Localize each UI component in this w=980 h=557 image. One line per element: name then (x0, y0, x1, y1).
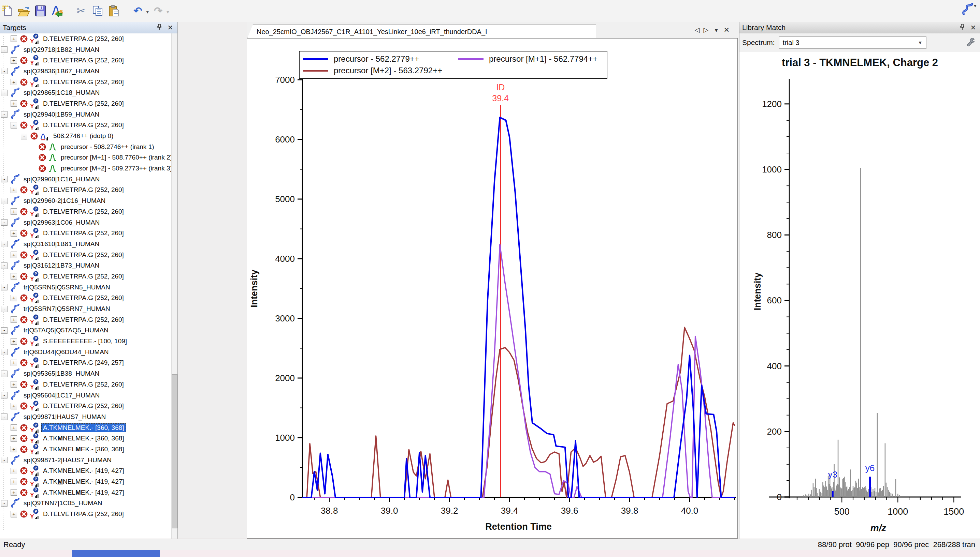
tree-row-peptide[interactable]: +PYD.TELVETRPA.G [252, 260] (0, 401, 171, 412)
tree-row-protein[interactable]: -tr|Q5TAQ5|Q5TAQ5_HUMAN (0, 325, 171, 336)
collapse-box[interactable]: - (1, 392, 8, 399)
tree-row-peptide[interactable]: +PYD.TELVETRPA.G [252, 260] (0, 293, 171, 304)
expand-box[interactable]: + (11, 36, 17, 42)
close-icon[interactable]: ✕ (166, 23, 175, 32)
collapse-box[interactable]: - (1, 349, 8, 355)
redo-button[interactable]: ↷ (152, 4, 165, 18)
tree-row-peptide[interactable]: +PYD.TELVETRPA.G [252, 260] (0, 249, 171, 261)
open-file-button[interactable] (17, 4, 31, 18)
collapse-box[interactable]: - (1, 219, 8, 226)
tree-row-protein[interactable]: -sp|Q29940|1B59_HUMAN (0, 109, 171, 120)
tree-row-transition[interactable]: precursor [M+2] - 509.2773++ (irank 3) (0, 163, 171, 174)
expand-box[interactable]: + (11, 208, 17, 215)
collapse-box[interactable]: - (1, 371, 8, 377)
expand-box[interactable]: + (11, 479, 17, 485)
tree-row-peptide[interactable]: +PYD.TELVETRPA.G [252, 260] (0, 98, 171, 109)
cut-button[interactable]: ✂ (74, 4, 88, 18)
tree-row-protein[interactable]: -tr|Q5SRN7|Q5SRN7_HUMAN (0, 303, 171, 314)
tree-row-peptide[interactable]: +PYD.TELVETRPA.G [249, 257] (0, 358, 171, 368)
tree-row-peptide[interactable]: +PYD.TELVETRPA.G [252, 260] (0, 314, 171, 325)
expand-box[interactable]: + (11, 468, 17, 474)
expand-box[interactable]: + (11, 338, 17, 345)
tree-row-peptide[interactable]: +PYD.TELVETRPA.G [252, 260] (0, 55, 171, 66)
pin-icon[interactable] (155, 24, 164, 32)
expand-box[interactable]: + (11, 273, 17, 280)
tree-row-transition[interactable]: precursor - 508.2746++ (irank 1) (0, 142, 171, 152)
collapse-box[interactable]: - (1, 198, 8, 204)
tree-row-protein[interactable]: -sp|Q29963|1C06_HUMAN (0, 217, 171, 228)
tree-row-protein[interactable]: -tr|Q6DU44|Q6DU44_HUMAN (0, 347, 171, 358)
tree-row-protein[interactable]: -sp|Q99871-2|HAUS7_HUMAN (0, 455, 171, 466)
pin-icon[interactable] (958, 24, 967, 32)
tree-row-peptide[interactable]: +PYD.TELVETRPA.G [252, 260] (0, 228, 171, 239)
expand-box[interactable]: + (11, 316, 17, 323)
collapse-box[interactable]: - (11, 122, 17, 129)
expand-box[interactable]: + (11, 100, 17, 107)
expand-box[interactable]: + (11, 252, 17, 258)
collapse-box[interactable]: - (1, 68, 8, 74)
tab-close-icon[interactable]: ✕ (724, 26, 730, 34)
expand-box[interactable]: + (11, 360, 17, 366)
expand-box[interactable]: + (11, 489, 17, 496)
tree-row-peptide[interactable]: +PYD.TELVETRPA.G [252, 260] (0, 271, 171, 282)
expand-box[interactable]: + (11, 403, 17, 409)
redo-dropdown[interactable]: ▾ (167, 9, 169, 15)
undo-button[interactable]: ↶ (131, 4, 145, 18)
undo-dropdown[interactable]: ▾ (146, 9, 149, 15)
tab-prev-icon[interactable]: ◁ (694, 26, 699, 34)
save-button[interactable] (34, 4, 47, 18)
expand-box[interactable]: + (11, 230, 17, 236)
expand-box[interactable]: + (11, 79, 17, 85)
tab-next-icon[interactable]: ▷ (703, 26, 708, 34)
collapse-box[interactable]: - (1, 46, 8, 53)
tree-row-peptide[interactable]: +PYA.TKMNELMEK.- [360, 368] (0, 433, 171, 444)
tab-menu-icon[interactable]: ▼ (714, 28, 719, 33)
tree-row-peptide[interactable]: +PYD.TELVETRPA.G [252, 260] (0, 77, 171, 88)
paste-button[interactable] (107, 4, 121, 18)
collapse-box[interactable]: - (1, 111, 8, 117)
collapse-box[interactable]: - (1, 457, 8, 463)
tree-row-peptide[interactable]: +PYA.TKMNELMEK.- [360, 368] (0, 444, 171, 455)
tree-row-peptide[interactable]: +PYD.TELVETRPA.G [252, 260] (0, 33, 171, 44)
import-results-button[interactable] (50, 4, 64, 18)
tree-row-peptide[interactable]: +PYS.EEEEEEEEEE.- [100, 109] (0, 336, 171, 347)
expand-box[interactable]: + (11, 511, 17, 518)
tree-row-peptide[interactable]: +PYD.TELVETRPA.G [252, 260] (0, 379, 171, 390)
tree-row-peptide[interactable]: +PYA.TKMNELMEK.- [419, 427] (0, 487, 171, 498)
tree-row-peptide[interactable]: +PYD.TELVETRPA.G [252, 260] (0, 206, 171, 217)
close-icon[interactable]: ✕ (969, 23, 978, 32)
tree-row-transition[interactable]: precursor [M+1] - 508.7760++ (irank 2) (0, 152, 171, 163)
collapse-box[interactable]: - (1, 284, 8, 290)
collapse-box[interactable]: - (21, 133, 27, 139)
tree-row-peptide[interactable]: -PYD.TELVETRPA.G [252, 260] (0, 120, 171, 131)
tree-row-protein[interactable]: -sp|Q31612|1B73_HUMAN (0, 260, 171, 271)
spectrum-select[interactable]: trial 3 ▼ (779, 36, 926, 49)
collapse-box[interactable]: - (1, 414, 8, 420)
expand-box[interactable]: + (11, 381, 17, 388)
tree-row-protein[interactable]: -tr|Q5SRN5|Q5SRN5_HUMAN (0, 282, 171, 293)
chromatogram-tab[interactable]: Neo_25cmIO_OBJ42567_C1R_A1101_YesLinker_… (247, 24, 596, 38)
expand-box[interactable]: + (11, 446, 17, 452)
collapse-box[interactable]: - (1, 327, 8, 334)
expand-box[interactable]: + (11, 424, 17, 431)
expand-box[interactable]: + (11, 57, 17, 64)
expand-box[interactable]: + (11, 435, 17, 442)
tree-row-peptide[interactable]: +PYA.TKMNELMEK.- [419, 427] (0, 476, 171, 487)
expand-box[interactable]: + (11, 295, 17, 301)
collapse-box[interactable]: - (1, 90, 8, 96)
tree-row-precursor[interactable]: -508.2746++ (idotp 0) (0, 130, 171, 142)
tree-row-protein[interactable]: -sp|Q31610|1B81_HUMAN (0, 239, 171, 249)
tree-row-protein[interactable]: -sp|Q95365|1B38_HUMAN (0, 368, 171, 379)
tree-row-peptide[interactable]: +PYA.TKMNELMEK.- [360, 368] (0, 422, 171, 433)
collapse-box[interactable]: - (1, 176, 8, 182)
tree-row-protein[interactable]: -sp|Q29836|1B67_HUMAN (0, 66, 171, 77)
collapse-box[interactable]: - (1, 241, 8, 247)
tree-row-protein[interactable]: -sp|Q29960|1C16_HUMAN (0, 174, 171, 185)
copy-button[interactable] (91, 4, 105, 18)
collapse-box[interactable]: - (1, 262, 8, 269)
new-document-button[interactable] (1, 4, 14, 18)
protein-interest-menu-button[interactable]: ▾ (962, 3, 977, 18)
targets-scrollbar[interactable] (171, 33, 178, 539)
tree-row-peptide[interactable]: +PYA.TKMNELMEK.- [419, 427] (0, 466, 171, 477)
tree-row-protein[interactable]: -sp|Q29718|1B82_HUMAN (0, 44, 171, 55)
